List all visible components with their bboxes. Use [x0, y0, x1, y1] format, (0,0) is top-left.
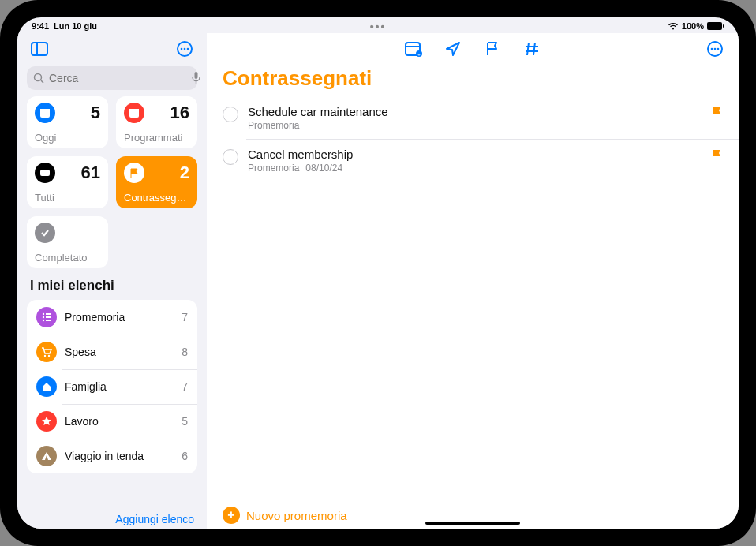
list-count: 6 [182, 450, 188, 462]
multitask-dots-icon[interactable]: ••• [370, 21, 387, 33]
status-bar: 9:41 Lun 10 giu ••• 100% [17, 17, 739, 33]
mic-icon[interactable] [192, 72, 200, 84]
svg-point-32 [717, 48, 720, 50]
smart-card-label: Tutti [35, 192, 100, 204]
svg-point-17 [43, 313, 44, 315]
smart-card-all[interactable]: 61Tutti [27, 156, 108, 208]
reminder-title: Cancel membership [248, 148, 701, 161]
reminder-list: Promemoria [248, 120, 299, 131]
search-input[interactable] [49, 72, 187, 84]
svg-point-5 [181, 48, 183, 50]
flag-icon [124, 163, 144, 183]
flag-icon [710, 149, 723, 163]
home-icon [36, 376, 57, 397]
smart-card-label: Contrasseg… [124, 192, 189, 204]
svg-point-30 [711, 48, 713, 50]
toolbar-location-button[interactable] [442, 38, 464, 60]
svg-rect-15 [129, 109, 139, 111]
toolbar-hashtag-button[interactable] [521, 38, 543, 60]
reminder-title: Schedule car maintenance [248, 105, 701, 118]
search-icon [33, 73, 44, 84]
smart-card-today[interactable]: 5Oggi [27, 96, 108, 148]
statusbar-battery-pct: 100% [682, 21, 704, 31]
list-name: Spesa [65, 346, 174, 358]
svg-point-7 [187, 48, 189, 50]
svg-rect-13 [40, 109, 50, 111]
smart-lists-grid: 5Oggi16Programmati61Tutti2Contrasseg…Com… [17, 96, 207, 268]
statusbar-date: Lun 10 giu [54, 21, 97, 31]
calendar-icon [35, 103, 55, 123]
svg-point-23 [44, 355, 46, 357]
list-name: Viaggio in tenda [65, 450, 174, 462]
search-bar[interactable] [27, 66, 197, 90]
smart-card-scheduled[interactable]: 16Programmati [116, 96, 197, 148]
svg-text:+: + [417, 52, 421, 57]
list-name: Lavoro [65, 415, 174, 428]
smart-card-label: Oggi [35, 132, 100, 144]
statusbar-time: 9:41 [32, 21, 49, 31]
svg-point-19 [43, 316, 44, 318]
plus-circle-icon: + [223, 507, 240, 524]
svg-rect-22 [46, 320, 51, 321]
list-row[interactable]: Promemoria7 [27, 300, 197, 335]
list-count: 7 [182, 311, 188, 323]
cart-icon [36, 342, 57, 362]
tent-icon [36, 446, 57, 466]
svg-point-8 [35, 74, 42, 81]
smart-card-completed[interactable]: Completato [27, 216, 108, 268]
list-row[interactable]: Lavoro5 [27, 404, 197, 439]
svg-rect-20 [46, 316, 51, 318]
smart-card-count: 5 [91, 103, 100, 123]
star-icon [36, 411, 57, 432]
battery-icon [707, 22, 724, 30]
svg-rect-1 [723, 24, 724, 28]
svg-point-31 [714, 48, 717, 50]
smart-card-label: Programmati [124, 132, 189, 144]
tray-icon [35, 163, 55, 183]
list-count: 7 [182, 380, 188, 393]
list-row[interactable]: Spesa8 [27, 335, 197, 369]
toggle-sidebar-button[interactable] [28, 38, 51, 60]
reminder-row[interactable]: Schedule car maintenancePromemoria [207, 97, 739, 139]
wifi-icon [668, 22, 679, 30]
smart-card-count: 61 [81, 163, 100, 183]
flag-icon [710, 107, 723, 121]
svg-rect-16 [40, 170, 50, 176]
add-list-button[interactable]: Aggiungi elenco [115, 513, 194, 525]
my-lists-header: I miei elenchi [17, 268, 207, 297]
svg-point-21 [43, 320, 44, 321]
reminder-row[interactable]: Cancel membershipPromemoria08/10/24 [207, 140, 739, 181]
smart-card-count: 16 [170, 103, 189, 123]
svg-line-9 [41, 80, 43, 83]
reminder-list: Promemoria [248, 163, 299, 174]
main-more-button[interactable] [704, 38, 726, 60]
list-count: 5 [182, 415, 188, 428]
smart-card-flagged[interactable]: 2Contrasseg… [116, 156, 197, 208]
list-row[interactable]: Famiglia7 [27, 369, 197, 404]
complete-toggle[interactable] [223, 107, 238, 122]
list-name: Promemoria [65, 311, 174, 323]
svg-rect-0 [707, 22, 722, 30]
check-icon [35, 223, 55, 243]
svg-rect-10 [195, 72, 198, 79]
sidebar: 5Oggi16Programmati61Tutti2Contrasseg…Com… [17, 33, 207, 529]
svg-rect-2 [32, 43, 47, 55]
smart-card-label: Completato [35, 252, 100, 264]
svg-point-6 [184, 48, 186, 50]
main-panel: + [207, 33, 739, 529]
complete-toggle[interactable] [223, 149, 238, 165]
toolbar-calendar-button[interactable]: + [402, 38, 425, 60]
smart-card-count: 2 [180, 163, 189, 183]
sidebar-more-button[interactable] [174, 38, 196, 60]
list-row[interactable]: Viaggio in tenda6 [27, 439, 197, 473]
list-name: Famiglia [65, 380, 174, 393]
svg-rect-18 [46, 313, 51, 315]
home-indicator[interactable] [425, 522, 520, 525]
new-reminder-label: Nuovo promemoria [246, 509, 347, 522]
my-lists: Promemoria7Spesa8Famiglia7Lavoro5Viaggio… [27, 300, 197, 473]
reminders-list: Schedule car maintenancePromemoriaCancel… [207, 97, 739, 499]
list-icon [36, 307, 57, 327]
toolbar-flag-button[interactable] [481, 38, 503, 60]
svg-point-24 [48, 355, 50, 357]
calendar-icon [124, 103, 144, 123]
